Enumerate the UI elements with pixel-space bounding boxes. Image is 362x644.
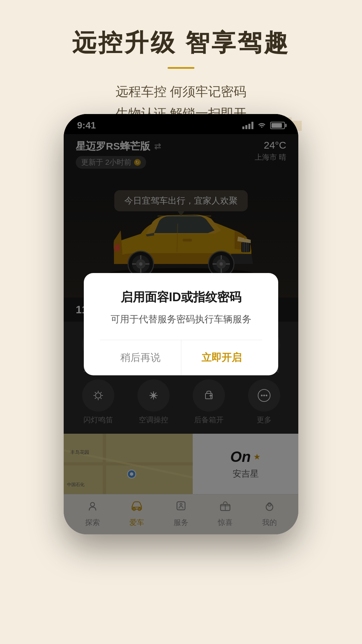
phone-mockup: 9:41 星迈罗RS蜂芒版 ⇄ [64, 114, 298, 534]
modal-actions: 稍后再说 立即开启 [100, 340, 262, 375]
modal-cancel-button[interactable]: 稍后再说 [100, 340, 181, 375]
modal-dialog: 启用面容ID或指纹密码 可用于代替服务密码执行车辆服务 稍后再说 立即开启 [84, 273, 278, 375]
modal-overlay: 启用面容ID或指纹密码 可用于代替服务密码执行车辆服务 稍后再说 立即开启 [64, 114, 298, 534]
promo-divider [168, 67, 194, 69]
phone-frame: 9:41 星迈罗RS蜂芒版 ⇄ [64, 114, 298, 534]
modal-body: 可用于代替服务密码执行车辆服务 [100, 312, 262, 326]
promo-title: 远控升级 智享驾趣 [20, 27, 342, 59]
modal-title: 启用面容ID或指纹密码 [100, 289, 262, 306]
modal-confirm-button[interactable]: 立即开启 [181, 340, 262, 375]
